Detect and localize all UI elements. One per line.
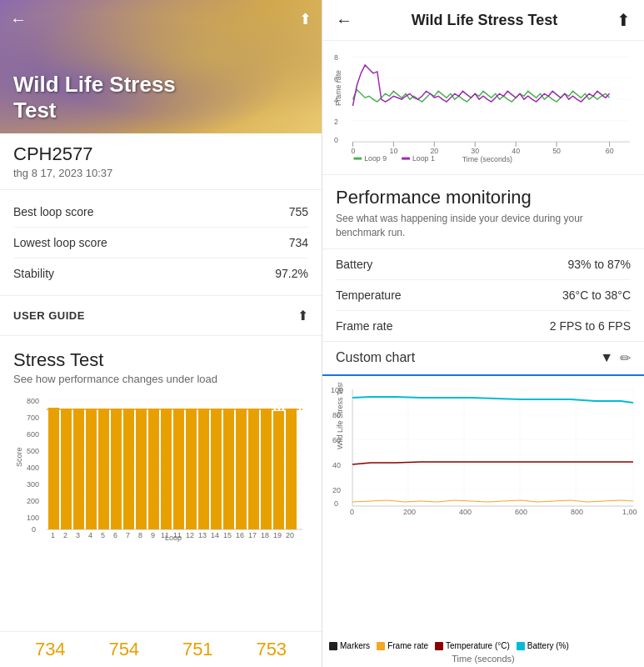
stability-value: 97.2%	[275, 267, 308, 280]
svg-text:18: 18	[261, 531, 269, 539]
bar-18	[261, 409, 272, 529]
bottom-chart: 100 80 60 40 20 0 Wild Life Stress Test	[322, 376, 644, 638]
bottom-chart-svg: 100 80 60 40 20 0 Wild Life Stress Test	[329, 383, 637, 516]
loop9-line	[352, 89, 609, 102]
svg-text:2: 2	[63, 531, 67, 539]
chart-legend: Markers Frame rate Temperature (°C) Batt…	[322, 638, 644, 654]
svg-text:50: 50	[552, 147, 561, 155]
svg-rect-68	[402, 158, 410, 160]
svg-text:20: 20	[332, 486, 341, 494]
svg-text:800: 800	[571, 508, 583, 516]
bar-1	[48, 408, 59, 529]
custom-chart-label: Custom chart	[336, 350, 593, 365]
svg-text:20: 20	[286, 531, 294, 539]
svg-text:400: 400	[27, 464, 39, 472]
device-info: CPH2577 thg 8 17, 2023 10:37	[0, 133, 322, 190]
best-loop-value: 755	[289, 205, 308, 218]
stability-label: Stability	[13, 267, 54, 280]
bottom-scores: 734 754 751 753	[0, 631, 322, 667]
svg-rect-66	[353, 158, 362, 160]
svg-text:40: 40	[512, 147, 520, 155]
custom-chart-dropdown-icon[interactable]: ▼	[600, 350, 613, 365]
temperature-legend: Temperature (°C)	[435, 641, 510, 650]
bar-12	[186, 409, 197, 529]
svg-text:9: 9	[151, 531, 155, 539]
svg-text:Score: Score	[15, 447, 23, 467]
user-guide-row[interactable]: USER GUIDE ⬆	[0, 296, 322, 336]
score-1: 734	[35, 639, 66, 660]
right-header-title: Wild Life Stress Test	[352, 12, 617, 29]
svg-text:0: 0	[350, 508, 354, 516]
svg-text:100: 100	[27, 514, 39, 522]
svg-text:0: 0	[32, 525, 36, 534]
svg-text:0: 0	[334, 136, 338, 144]
battery-row: Battery 93% to 87%	[336, 249, 631, 280]
bar-7	[123, 409, 134, 529]
bar-3	[73, 409, 84, 529]
share-button-right[interactable]: ⬆	[617, 10, 631, 30]
lowest-loop-value: 734	[289, 236, 308, 249]
time-seconds-label: Time (seconds)	[322, 654, 644, 667]
svg-text:40: 40	[332, 461, 341, 469]
best-loop-score-row: Best loop score 755	[13, 197, 308, 228]
back-button-right[interactable]: ←	[336, 11, 352, 30]
bar-17	[248, 409, 259, 529]
score-2: 754	[108, 639, 139, 660]
svg-text:0: 0	[352, 147, 356, 155]
bar-4	[86, 409, 97, 529]
right-header: ← Wild Life Stress Test ⬆	[322, 0, 644, 41]
bar-10	[161, 409, 172, 529]
svg-text:13: 13	[198, 531, 207, 539]
svg-text:200: 200	[403, 508, 416, 516]
stress-test-section: Stress Test See how performance changes …	[0, 336, 322, 385]
framerate-legend-label: Frame rate	[387, 641, 428, 650]
frame-rate-chart: 8 6 4 2 0 Frame rate	[322, 41, 644, 175]
svg-text:6: 6	[113, 531, 117, 539]
stability-row: Stability 97.2%	[13, 258, 308, 288]
svg-text:17: 17	[248, 531, 257, 539]
device-date: thg 8 17, 2023 10:37	[13, 167, 308, 179]
bar-19	[273, 411, 284, 529]
svg-text:1: 1	[51, 531, 55, 539]
svg-text:400: 400	[459, 508, 472, 516]
bar-chart-svg: 800 700 600 500 400 300 200 100 0 Score	[3, 392, 318, 542]
right-panel: ← Wild Life Stress Test ⬆ 8 6 4 2 0 Fram…	[322, 0, 644, 667]
svg-text:16: 16	[236, 531, 244, 539]
user-guide-share-icon[interactable]: ⬆	[297, 308, 308, 323]
loop1-line	[352, 65, 609, 106]
svg-text:Time (seconds): Time (seconds)	[462, 155, 512, 163]
left-stats: Best loop score 755 Lowest loop score 73…	[0, 190, 322, 296]
svg-text:Frame rate: Frame rate	[334, 70, 342, 106]
framerate-row: Frame rate 2 FPS to 6 FPS	[336, 311, 631, 341]
temperature-label: Temperature	[336, 288, 402, 302]
svg-text:60: 60	[606, 147, 614, 155]
framerate-dot	[377, 642, 385, 650]
temperature-row: Temperature 36°C to 38°C	[336, 280, 631, 311]
svg-text:30: 30	[471, 147, 479, 155]
share-button-left[interactable]: ⬆	[299, 10, 312, 28]
temperature-legend-label: Temperature (°C)	[446, 641, 510, 650]
svg-text:600: 600	[515, 508, 527, 516]
svg-text:12: 12	[186, 531, 194, 539]
svg-text:19: 19	[273, 531, 282, 539]
bar-14	[211, 409, 222, 529]
left-header-title: Wild Life Stress Test	[13, 72, 180, 123]
svg-text:800: 800	[27, 397, 39, 405]
left-header: ← ⬆ Wild Life Stress Test	[0, 0, 322, 133]
svg-text:300: 300	[27, 480, 39, 489]
bar-8	[136, 409, 147, 529]
perf-stats: Battery 93% to 87% Temperature 36°C to 3…	[322, 249, 644, 342]
framerate-label: Frame rate	[336, 319, 392, 333]
custom-chart-row[interactable]: Custom chart ▼ ✏	[322, 342, 644, 376]
framerate-value: 2 FPS to 6 FPS	[550, 319, 631, 333]
back-button-left[interactable]: ←	[10, 10, 27, 29]
stress-test-subtitle: See how performance changes under load	[13, 373, 308, 385]
svg-text:4: 4	[88, 531, 92, 539]
score-3: 751	[182, 639, 213, 660]
bar-2	[61, 409, 72, 529]
bar-5	[98, 409, 109, 529]
custom-chart-edit-icon[interactable]: ✏	[620, 350, 631, 366]
lowest-loop-label: Lowest loop score	[13, 236, 107, 249]
markers-dot	[329, 642, 337, 650]
svg-text:1,000: 1,000	[622, 508, 637, 516]
